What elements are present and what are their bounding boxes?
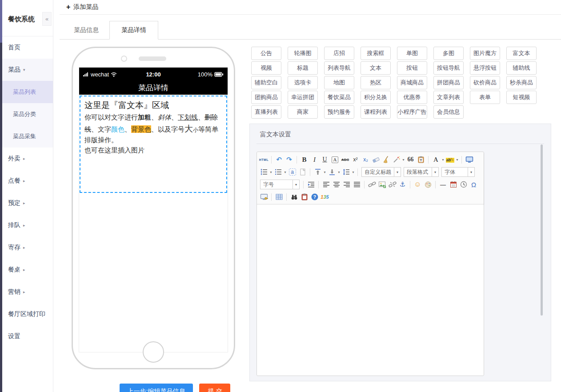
- special-char-icon[interactable]: Ω: [469, 180, 478, 189]
- insert-date-icon[interactable]: [449, 180, 458, 189]
- component-button-文本[interactable]: 文本: [361, 61, 391, 75]
- sidebar-item-菜品[interactable]: 菜品▾: [2, 59, 53, 81]
- char-border-icon[interactable]: A: [332, 156, 338, 163]
- font-size-select[interactable]: 字号▾: [260, 180, 300, 189]
- blockquote-icon[interactable]: 66: [406, 155, 415, 164]
- sidebar-item-菜品列表[interactable]: 菜品列表: [2, 81, 53, 103]
- panel-scrollbar-thumb[interactable]: [541, 144, 543, 316]
- auto-format-caret-icon[interactable]: ▾: [401, 158, 405, 162]
- tab-dish-info[interactable]: 菜品信息: [63, 21, 109, 39]
- align-center-icon[interactable]: [332, 180, 341, 189]
- component-button-预约服务[interactable]: 预约服务: [324, 105, 354, 119]
- link-icon[interactable]: [367, 180, 377, 189]
- fullscreen-icon[interactable]: [465, 155, 474, 164]
- unlink-icon[interactable]: [388, 180, 397, 189]
- webapp-icon[interactable]: [259, 192, 268, 202]
- component-button-文章列表[interactable]: 文章列表: [433, 91, 464, 104]
- component-button-按钮导航[interactable]: 按钮导航: [433, 61, 464, 75]
- sidebar-item-外卖[interactable]: 外卖▸: [2, 148, 53, 170]
- component-button-积分兑换[interactable]: 积分兑换: [361, 91, 391, 104]
- help-icon[interactable]: ?: [310, 192, 319, 202]
- component-button-列表导航[interactable]: 列表导航: [324, 61, 354, 75]
- new-document-icon[interactable]: [298, 168, 307, 177]
- component-button-直播列表[interactable]: 直播列表: [251, 105, 281, 119]
- format-eraser-icon[interactable]: [371, 155, 381, 164]
- insert-table-icon[interactable]: [274, 192, 284, 202]
- component-button-图片魔方[interactable]: 图片魔方: [470, 47, 500, 60]
- editor-content[interactable]: [257, 204, 484, 376]
- component-button-表单[interactable]: 表单: [470, 91, 500, 104]
- sidebar-item-菜品分类[interactable]: 菜品分类: [2, 103, 53, 125]
- spacing-after-caret-icon[interactable]: ▾: [337, 170, 341, 174]
- sidebar-item-设置[interactable]: 设置: [2, 325, 53, 348]
- component-button-热区[interactable]: 热区: [361, 76, 391, 89]
- align-left-icon[interactable]: [321, 180, 331, 189]
- sidebar-item-餐厅区域打印[interactable]: 餐厅区域打印: [2, 303, 53, 325]
- emoji-icon[interactable]: ☺: [413, 180, 422, 189]
- component-button-选项卡[interactable]: 选项卡: [288, 76, 318, 89]
- component-button-辅助空白[interactable]: 辅助空白: [251, 76, 281, 89]
- font-family-select[interactable]: 字体▾: [441, 167, 475, 177]
- font-color-caret-icon[interactable]: ▾: [441, 158, 445, 162]
- component-button-会员信息[interactable]: 会员信息: [433, 105, 464, 119]
- component-button-商家[interactable]: 商家: [288, 105, 318, 119]
- component-button-搜索框[interactable]: 搜索框: [361, 47, 391, 60]
- source-code-icon[interactable]: HTML: [259, 155, 268, 164]
- component-button-课程列表[interactable]: 课程列表: [361, 105, 391, 119]
- component-button-商城商品[interactable]: 商城商品: [397, 76, 427, 89]
- auto-typeset-icon[interactable]: a: [289, 168, 296, 176]
- underline-icon[interactable]: U: [320, 155, 329, 164]
- sidebar-item-营销[interactable]: 营销▸: [2, 281, 53, 303]
- redo-icon[interactable]: ↷: [285, 155, 294, 164]
- highlight-color-caret-icon[interactable]: ▾: [455, 158, 459, 162]
- component-button-店招[interactable]: 店招: [324, 47, 354, 60]
- component-button-小程序广告[interactable]: 小程序广告: [397, 105, 427, 119]
- line-height-icon[interactable]: [341, 168, 351, 177]
- add-dish-header[interactable]: + 添加菜品: [60, 0, 561, 15]
- component-button-多图[interactable]: 多图: [433, 47, 464, 60]
- component-button-悬浮按钮[interactable]: 悬浮按钮: [470, 61, 500, 75]
- component-button-优惠券[interactable]: 优惠券: [397, 91, 427, 104]
- component-button-短视频[interactable]: 短视频: [506, 91, 537, 104]
- tab-dish-detail[interactable]: 菜品详情: [109, 21, 158, 40]
- clear-format-icon[interactable]: [381, 155, 391, 164]
- component-button-拼团商品[interactable]: 拼团商品: [433, 76, 464, 89]
- font-color-icon[interactable]: A: [431, 155, 441, 164]
- component-button-砍价商品[interactable]: 砍价商品: [470, 76, 500, 89]
- component-button-单图[interactable]: 单图: [397, 47, 427, 60]
- bold-icon[interactable]: B: [300, 155, 309, 164]
- highlight-color-icon[interactable]: ab✎: [446, 157, 455, 163]
- component-button-秒杀商品[interactable]: 秒杀商品: [506, 76, 537, 89]
- sidebar-item-预定[interactable]: 预定▸: [2, 192, 53, 214]
- auto-format-icon[interactable]: [392, 155, 401, 164]
- insert-time-icon[interactable]: [459, 180, 468, 189]
- paragraph-format-select[interactable]: 段落格式▾: [404, 167, 439, 177]
- paragraph-spacing-before-icon[interactable]: [313, 168, 322, 177]
- undo-icon[interactable]: ↶: [274, 155, 284, 164]
- component-button-餐饮菜品[interactable]: 餐饮菜品: [324, 91, 354, 104]
- unordered-list-caret-icon[interactable]: ▾: [283, 170, 287, 174]
- sidebar-scroll-thumb[interactable]: [0, 0, 2, 43]
- spacing-before-caret-icon[interactable]: ▾: [323, 170, 327, 174]
- insert-image-icon[interactable]: [377, 180, 387, 189]
- indent-icon[interactable]: [306, 180, 316, 189]
- ordered-list-icon[interactable]: [259, 168, 268, 177]
- sidebar-item-餐桌[interactable]: 餐桌▸: [2, 259, 53, 281]
- sidebar-item-排队[interactable]: 排队▸: [2, 214, 53, 236]
- richtext-component-selected[interactable]: 这里是『富文本』区域 你可以对文字进行加粗、斜体、下划线、删除线、文字颜色、背景…: [80, 96, 227, 193]
- component-button-地图[interactable]: 地图: [324, 76, 354, 89]
- component-button-幸运拼团[interactable]: 幸运拼团: [288, 91, 318, 104]
- editor-135-icon[interactable]: 135: [320, 192, 329, 202]
- submit-button[interactable]: 提交: [199, 384, 230, 392]
- sidebar-collapse-button[interactable]: «: [42, 12, 52, 26]
- scrawl-icon[interactable]: [423, 180, 433, 189]
- component-button-辅助线[interactable]: 辅助线: [506, 61, 537, 75]
- anchor-icon[interactable]: ⚓: [398, 180, 407, 189]
- component-button-标题[interactable]: 标题: [288, 61, 318, 75]
- italic-icon[interactable]: I: [310, 155, 319, 164]
- align-justify-icon[interactable]: [352, 180, 361, 189]
- subscript-icon[interactable]: x₂: [361, 155, 370, 164]
- sidebar-item-菜品采集[interactable]: 菜品采集: [2, 125, 53, 148]
- superscript-icon[interactable]: x²: [351, 155, 360, 164]
- component-button-按钮[interactable]: 按钮: [397, 61, 427, 75]
